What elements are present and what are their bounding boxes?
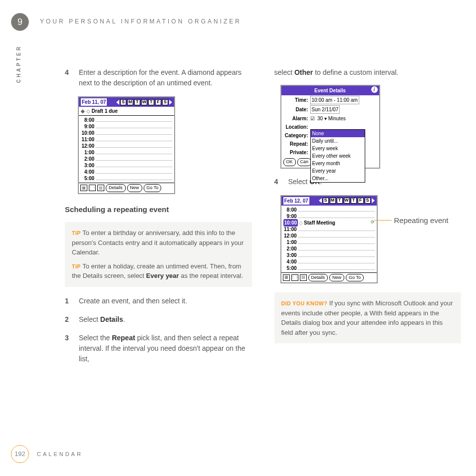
- date-value[interactable]: Sun 2/11/07: [310, 105, 340, 114]
- right-column: select Other to define a custom interval…: [274, 67, 462, 372]
- location-label: Location:: [283, 123, 310, 131]
- date-label: Date:: [283, 106, 310, 113]
- repeat-dropdown-menu[interactable]: None Daily until... Every week Every oth…: [310, 129, 365, 183]
- tip-box: TIP To enter a birthday or anniversary, …: [65, 222, 252, 287]
- untimed-event-text: Draft 1 due: [92, 108, 118, 114]
- dow-m[interactable]: M: [330, 198, 336, 204]
- untimed-event-row[interactable]: ◆ ◇ Draft 1 due: [79, 107, 174, 116]
- did-you-know-box: DID YOU KNOW? If you sync with Microsoft…: [274, 292, 462, 343]
- details-button[interactable]: Details: [106, 184, 126, 192]
- dow-t[interactable]: T: [134, 99, 140, 105]
- tip-text-2c: as the repeat interval.: [179, 272, 243, 279]
- calendar-date: Feb 11, 07: [81, 98, 107, 106]
- time-slots: 8:00 9:00 10:00 11:00 12:00 1:00 2:00 3:…: [79, 116, 174, 183]
- alarm-checkbox[interactable]: ☑: [310, 116, 315, 121]
- left-arrow-icon[interactable]: [319, 198, 322, 203]
- dow-t2[interactable]: T: [351, 198, 357, 204]
- slot-time[interactable]: 5:00: [81, 175, 96, 182]
- right-arrow-icon[interactable]: [372, 198, 375, 203]
- callout-repeating-event: Repeating event: [394, 215, 449, 227]
- dow-s[interactable]: S: [120, 99, 126, 105]
- menu-item-daily[interactable]: Daily until...: [311, 137, 365, 145]
- dow-t2[interactable]: T: [148, 99, 154, 105]
- dow-s[interactable]: S: [323, 198, 329, 204]
- tip-label: TIP: [72, 230, 81, 236]
- step-number: 3: [65, 333, 72, 364]
- menu-item-other[interactable]: Other...: [311, 175, 365, 182]
- header-title: YOUR PERSONAL INFORMATION ORGANIZER: [40, 17, 241, 26]
- view-week-icon[interactable]: ⋮⋮: [291, 274, 298, 281]
- goto-button[interactable]: Go To: [144, 184, 162, 192]
- view-day-icon[interactable]: ▦: [80, 185, 87, 191]
- alarm-label: Alarm:: [283, 115, 310, 122]
- info-icon[interactable]: i: [371, 86, 378, 93]
- menu-item-biweekly[interactable]: Every other week: [311, 152, 365, 160]
- time-value[interactable]: 10:00 am - 11:00 am: [310, 96, 359, 104]
- page-number: 192: [11, 445, 29, 463]
- goto-button[interactable]: Go To: [346, 274, 364, 282]
- cancel-button-clipped[interactable]: Can: [297, 158, 312, 166]
- page-footer: 192 CALENDAR: [11, 445, 83, 463]
- slot-time[interactable]: 5:00: [283, 264, 298, 272]
- dropdown-arrow-icon[interactable]: ▾: [324, 116, 327, 121]
- time-label: Time:: [283, 96, 310, 104]
- calendar-header: Feb 11, 07 S M T W T F S: [79, 97, 174, 107]
- footer-category: CALENDAR: [37, 450, 83, 459]
- step-number: 4: [274, 177, 281, 187]
- tip-text-1: To enter a birthday or anniversary, add …: [72, 229, 243, 256]
- dow-m[interactable]: M: [127, 99, 133, 105]
- menu-item-none[interactable]: None: [311, 130, 365, 137]
- step-text: Create an event, and then select it.: [79, 296, 252, 306]
- calendar-screenshot-2: Feb 12, 07 S M T W T F S 8:00 9:00 1: [280, 195, 378, 284]
- calendar-date: Feb 12, 07: [283, 197, 309, 205]
- diamond-icon: ◆: [81, 108, 85, 114]
- tip-text-2b: Every year: [146, 272, 179, 279]
- menu-item-yearly[interactable]: Every year: [311, 167, 365, 175]
- calendar-header: Feb 12, 07 S M T W T F S: [281, 196, 377, 206]
- chapter-vertical-label: CHAPTER: [15, 45, 22, 83]
- step-number: 2: [65, 314, 72, 325]
- chapter-number-badge: 9: [11, 13, 29, 31]
- private-label: Private:: [283, 149, 310, 156]
- dow-w[interactable]: W: [141, 99, 147, 105]
- calendar-screenshot-1: Feb 11, 07 S M T W T F S ◆ ◇ Draft 1 due…: [78, 96, 175, 194]
- ok-button[interactable]: OK: [283, 158, 296, 166]
- menu-item-weekly[interactable]: Every week: [311, 145, 365, 152]
- dow-f[interactable]: F: [358, 198, 364, 204]
- section-heading: Scheduling a repeating event: [65, 204, 252, 216]
- step-text: Enter a description for the event. A dia…: [79, 67, 252, 88]
- calendar-footer: ▦ ⋮⋮ ▤ Details New Go To: [281, 272, 377, 283]
- view-month-icon[interactable]: ▤: [97, 185, 104, 191]
- right-arrow-icon[interactable]: [169, 100, 172, 105]
- dyk-label: DID YOU KNOW?: [281, 300, 328, 306]
- dow-w[interactable]: W: [344, 198, 350, 204]
- event-name: Staff Meeting: [304, 219, 335, 227]
- dow-s2[interactable]: S: [365, 198, 371, 204]
- dow-s2[interactable]: S: [162, 99, 168, 105]
- view-week-icon[interactable]: ⋮⋮: [89, 185, 96, 191]
- dialog-title: Event Details i: [281, 86, 379, 95]
- alarm-unit: Minutes: [328, 116, 346, 121]
- menu-item-monthly[interactable]: Every month: [311, 160, 365, 167]
- step-number: 1: [65, 296, 72, 306]
- category-label: Category:: [283, 132, 310, 139]
- calendar-footer: ▦ ⋮⋮ ▤ Details New Go To: [79, 183, 174, 193]
- repeat-label: Repeat:: [283, 140, 310, 148]
- continuation-text: select Other to define a custom interval…: [274, 67, 462, 78]
- time-slots: 8:00 9:00 10:00 ◇ Staff Meeting ⟳ 11:00 …: [281, 206, 377, 272]
- tip-label: TIP: [72, 263, 81, 269]
- new-button[interactable]: New: [329, 274, 344, 282]
- view-day-icon[interactable]: ▦: [283, 274, 290, 281]
- event-details-dialog: Event Details i Time:10:00 am - 11:00 am…: [280, 85, 380, 169]
- left-column: 4 Enter a description for the event. A d…: [65, 67, 252, 372]
- alarm-number[interactable]: 30: [317, 116, 323, 121]
- step-number: 4: [65, 67, 72, 88]
- details-button[interactable]: Details: [308, 274, 328, 282]
- step-text: Select the Repeat pick list, and then se…: [79, 333, 252, 364]
- dow-f[interactable]: F: [155, 99, 161, 105]
- view-month-icon[interactable]: ▤: [300, 274, 307, 281]
- dow-t[interactable]: T: [337, 198, 343, 204]
- left-arrow-icon[interactable]: [116, 100, 119, 105]
- step-text: Select Details.: [79, 314, 252, 325]
- new-button[interactable]: New: [127, 184, 142, 192]
